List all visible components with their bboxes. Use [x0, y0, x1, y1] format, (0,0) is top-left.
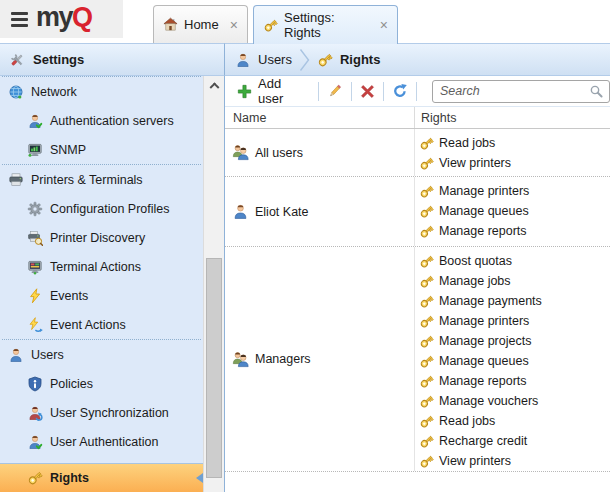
sidebar-item-label: Events: [50, 289, 88, 303]
add-user-button[interactable]: Add user: [237, 76, 310, 106]
sidebar-item-label: Printer Discovery: [50, 231, 145, 245]
delete-cross-icon: [360, 84, 375, 99]
brand-wordmark: myQ: [36, 4, 92, 34]
right-entry: View printers: [419, 153, 610, 173]
scrollbar-thumb[interactable]: [206, 258, 222, 478]
key-icon: [419, 294, 434, 309]
breadcrumb: Users Rights: [225, 43, 610, 76]
sidebar-item-printers-terminals[interactable]: Printers & Terminals: [0, 165, 203, 194]
rights-panel: Add user Name Rights: [225, 76, 610, 492]
sidebar-item-label: Event Actions: [50, 318, 126, 332]
key-icon: [419, 274, 434, 289]
key-icon: [419, 254, 434, 269]
search-icon[interactable]: [589, 84, 604, 99]
table-row[interactable]: All users Read jobs View printers: [225, 129, 610, 177]
toolbar-separator: [351, 82, 352, 101]
tab-settings-rights-close-icon[interactable]: ×: [380, 18, 388, 32]
toolbar-separator: [318, 82, 319, 101]
right-entry: Manage queues: [419, 201, 610, 221]
edit-button[interactable]: [327, 83, 343, 99]
settings-sidebar: Network Authentication servers SNMP Prin…: [0, 76, 225, 492]
toolbar-separator: [383, 82, 384, 101]
menu-icon[interactable]: [11, 12, 28, 27]
right-entry: Manage payments: [419, 291, 610, 311]
user-check-icon: [27, 434, 43, 450]
key-icon: [419, 414, 434, 429]
right-label: Manage queues: [439, 204, 529, 218]
table-row[interactable]: Managers Boost quotas Manage jobs Manage…: [225, 247, 610, 472]
group-icon: [232, 144, 249, 161]
right-entry: Manage reports: [419, 221, 610, 241]
row-rights-cell: Boost quotas Manage jobs Manage payments…: [415, 247, 610, 471]
right-entry: Manage reports: [419, 371, 610, 391]
right-label: Boost quotas: [439, 254, 512, 268]
sidebar-item-label: User Synchronization: [50, 406, 169, 420]
sidebar-item-network[interactable]: Network: [0, 77, 203, 106]
key-icon: [263, 18, 278, 33]
table-header: Name Rights: [225, 107, 610, 129]
column-header-rights[interactable]: Rights: [415, 107, 456, 128]
sidebar-item-events[interactable]: Events: [0, 281, 203, 310]
sidebar-item-label: SNMP: [50, 143, 86, 157]
right-label: Manage printers: [439, 314, 529, 328]
key-icon: [419, 224, 434, 239]
sidebar-item-rights[interactable]: Rights: [0, 463, 203, 492]
lightning-icon: [27, 288, 43, 304]
right-label: View printers: [439, 156, 511, 170]
tab-home-close-icon[interactable]: ×: [230, 18, 238, 32]
sidebar-item-terminal-actions[interactable]: Terminal Actions: [0, 252, 203, 281]
sidebar-item-policies[interactable]: Policies: [0, 369, 203, 398]
auth-server-icon: [27, 113, 43, 129]
selected-item-arrow-icon: [196, 473, 203, 483]
home-icon: [163, 17, 178, 32]
table-row[interactable]: Eliot Kate Manage printers Manage queues…: [225, 177, 610, 247]
right-label: Manage vouchers: [439, 394, 538, 408]
sidebar-item-users[interactable]: Users: [0, 340, 203, 369]
delete-button[interactable]: [360, 84, 375, 99]
right-label: View printers: [439, 454, 511, 468]
user-icon: [8, 347, 24, 363]
brand-text-red: Q: [72, 2, 92, 32]
terminal-icon: [27, 259, 43, 275]
row-rights-cell: Read jobs View printers: [415, 129, 610, 176]
brand-text-dark: my: [36, 2, 72, 32]
tab-settings-rights[interactable]: Settings: Rights ×: [253, 5, 398, 44]
sidebar-item-snmp[interactable]: SNMP: [0, 135, 203, 164]
sidebar-item-user-authentication[interactable]: User Authentication: [0, 427, 203, 456]
refresh-button[interactable]: [392, 83, 408, 99]
right-entry: Manage vouchers: [419, 391, 610, 411]
sidebar-item-label: Authentication servers: [50, 114, 174, 128]
right-label: Manage printers: [439, 184, 529, 198]
sidebar-scrollbar[interactable]: [203, 76, 224, 492]
breadcrumb-users-label: Users: [258, 52, 292, 67]
column-header-name[interactable]: Name: [225, 107, 415, 128]
breadcrumb-rights: Rights: [317, 52, 380, 68]
sidebar-item-user-synchronization[interactable]: User Synchronization: [0, 398, 203, 427]
user-sync-icon: [27, 405, 43, 421]
scroll-up-arrow-icon[interactable]: [204, 76, 224, 93]
row-name-cell: Eliot Kate: [225, 177, 415, 246]
search-input[interactable]: [440, 84, 589, 98]
lightning-arrow-icon: [27, 317, 43, 333]
toolbar: Add user: [225, 76, 610, 107]
app-logo[interactable]: myQ: [0, 0, 123, 38]
sidebar-item-printer-discovery[interactable]: Printer Discovery: [0, 223, 203, 252]
breadcrumb-users[interactable]: Users: [235, 52, 292, 68]
key-icon: [419, 136, 434, 151]
right-label: Manage payments: [439, 294, 542, 308]
sidebar-item-configuration-profiles[interactable]: Configuration Profiles: [0, 194, 203, 223]
sidebar-item-authentication-servers[interactable]: Authentication servers: [0, 106, 203, 135]
key-icon: [419, 434, 434, 449]
user-icon: [235, 52, 251, 68]
sidebar-header: Settings: [0, 43, 225, 76]
sidebar-item-label: Terminal Actions: [50, 260, 141, 274]
tab-home[interactable]: Home ×: [153, 5, 248, 43]
sidebar-item-event-actions[interactable]: Event Actions: [0, 310, 203, 339]
globe-icon: [8, 84, 24, 100]
right-entry: View printers: [419, 451, 610, 471]
printer-search-icon: [27, 230, 43, 246]
key-icon: [419, 354, 434, 369]
page-title: Rights: [340, 52, 380, 67]
sidebar-item-label: Policies: [50, 377, 93, 391]
refresh-icon: [392, 83, 408, 99]
